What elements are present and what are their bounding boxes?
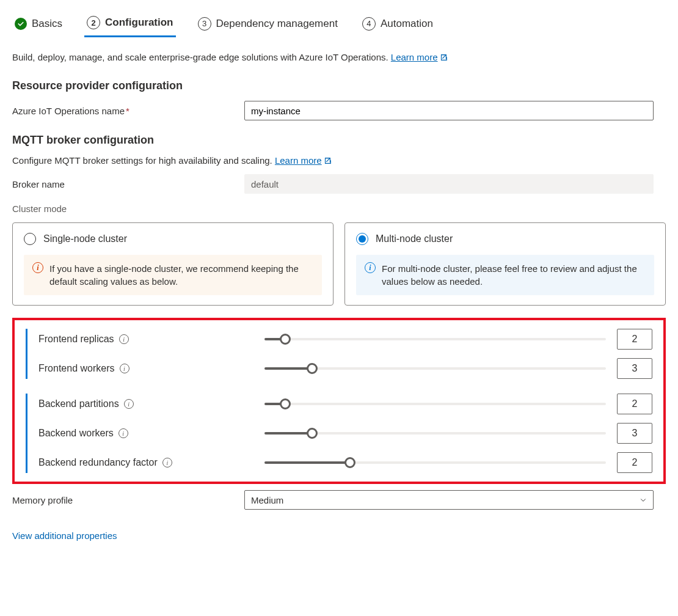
tab-automation[interactable]: 4 Automation: [360, 12, 436, 37]
tab-configuration[interactable]: 2 Configuration: [84, 12, 175, 37]
slider-track[interactable]: [264, 367, 606, 370]
wizard-tabs: Basics 2 Configuration 3 Dependency mana…: [12, 12, 666, 37]
info-icon: i: [32, 262, 43, 273]
slider-frontend-replicas: Frontend replicasi 2: [38, 329, 652, 350]
learn-more-link[interactable]: Learn more: [391, 52, 448, 62]
step-number: 2: [87, 16, 100, 29]
check-icon: [15, 18, 27, 30]
slider-value-input[interactable]: 3: [617, 358, 652, 379]
external-link-icon: [323, 156, 332, 165]
info-icon[interactable]: i: [124, 399, 134, 409]
step-number: 3: [198, 17, 211, 31]
broker-name-label: Broker name: [12, 179, 244, 189]
mqtt-broker-section: MQTT broker configuration Configure MQTT…: [12, 134, 666, 541]
resource-provider-section: Resource provider configuration Azure Io…: [12, 79, 666, 120]
cluster-mode-label: Cluster mode: [12, 204, 666, 214]
slider-value-input[interactable]: 3: [617, 423, 652, 444]
slider-value-input[interactable]: 2: [617, 394, 652, 414]
slider-frontend-workers: Frontend workersi 3: [38, 358, 652, 379]
cluster-card-single[interactable]: Single-node cluster i If you have a sing…: [12, 222, 334, 306]
slider-backend-redundancy: Backend redundancy factori 2: [38, 452, 652, 473]
chevron-down-icon: [640, 496, 647, 504]
broker-name-input: [244, 174, 654, 194]
view-additional-properties-link[interactable]: View additional properties: [12, 530, 117, 541]
memory-profile-dropdown[interactable]: Medium: [244, 490, 654, 510]
slider-track[interactable]: [264, 403, 606, 405]
frontend-slider-group: Frontend replicasi 2 Frontend workersi 3: [26, 329, 652, 379]
slider-value-input[interactable]: 2: [617, 452, 652, 473]
external-link-icon: [439, 53, 448, 62]
radio-label: Multi-node cluster: [376, 233, 453, 244]
tab-label: Configuration: [105, 16, 173, 29]
slider-value-input[interactable]: 2: [617, 329, 652, 350]
step-number: 4: [362, 17, 376, 31]
slider-track[interactable]: [264, 338, 606, 340]
radio-label: Single-node cluster: [43, 233, 127, 244]
iot-name-input[interactable]: [244, 101, 654, 120]
info-icon[interactable]: i: [119, 334, 129, 344]
info-message: i If you have a single-node cluster, we …: [24, 255, 322, 295]
backend-slider-group: Backend partitionsi 2 Backend workersi 3…: [26, 394, 652, 473]
info-icon: i: [365, 262, 376, 273]
info-icon[interactable]: i: [118, 428, 128, 438]
info-icon[interactable]: i: [120, 364, 129, 373]
memory-profile-label: Memory profile: [12, 495, 244, 505]
radio-icon: [24, 233, 36, 245]
section-description: Configure MQTT broker settings for high …: [12, 155, 666, 166]
iot-name-label: Azure IoT Operations name*: [12, 106, 244, 116]
section-heading: MQTT broker configuration: [12, 134, 666, 147]
section-heading: Resource provider configuration: [12, 79, 666, 92]
tab-label: Automation: [381, 18, 433, 30]
tab-basics[interactable]: Basics: [12, 12, 65, 37]
tab-label: Dependency management: [216, 18, 338, 30]
info-icon[interactable]: i: [162, 458, 172, 468]
slider-backend-workers: Backend workersi 3: [38, 423, 652, 444]
page-description: Build, deploy, manage, and scale enterpr…: [12, 52, 666, 62]
slider-track[interactable]: [264, 461, 606, 464]
slider-track[interactable]: [264, 432, 606, 435]
info-message: i For multi-node cluster, please feel fr…: [356, 255, 654, 295]
tab-dependency-management[interactable]: 3 Dependency management: [195, 12, 340, 37]
learn-more-link[interactable]: Learn more: [275, 155, 332, 166]
tab-label: Basics: [32, 18, 62, 30]
slider-backend-partitions: Backend partitionsi 2: [38, 394, 652, 414]
cluster-mode-options: Single-node cluster i If you have a sing…: [12, 222, 666, 306]
radio-icon: [356, 233, 368, 245]
cluster-card-multi[interactable]: Multi-node cluster i For multi-node clus…: [344, 222, 666, 306]
scaling-sliders-highlight: Frontend replicasi 2 Frontend workersi 3…: [12, 318, 666, 484]
